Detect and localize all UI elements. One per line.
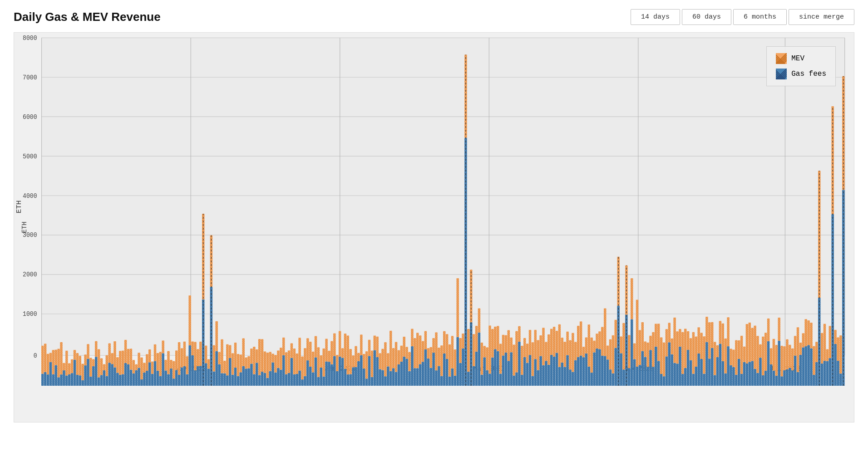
chart-container: ETH MEV	[14, 32, 854, 423]
svg-text:6000: 6000	[23, 113, 37, 121]
svg-text:0: 0	[34, 352, 37, 359]
page-header: Daily Gas & MEV Revenue 14 days 60 days …	[14, 9, 854, 25]
time-filter-group: 14 days 60 days 6 months since merge	[631, 9, 854, 25]
svg-text:7000: 7000	[23, 74, 37, 81]
svg-text:2000: 2000	[23, 271, 37, 279]
svg-text:1000: 1000	[23, 310, 37, 318]
btn-60days[interactable]: 60 days	[682, 9, 731, 25]
svg-text:4000: 4000	[23, 192, 37, 200]
bar-chart-canvas	[41, 42, 845, 386]
btn-since-merge[interactable]: since merge	[789, 9, 854, 25]
btn-6months[interactable]: 6 months	[733, 9, 787, 25]
y-axis-label: ETH	[21, 221, 28, 233]
svg-text:ETH: ETH	[16, 201, 23, 213]
svg-text:5000: 5000	[23, 152, 37, 160]
btn-14days[interactable]: 14 days	[631, 9, 680, 25]
svg-text:8000: 8000	[23, 34, 37, 42]
page-title: Daily Gas & MEV Revenue	[14, 10, 161, 24]
